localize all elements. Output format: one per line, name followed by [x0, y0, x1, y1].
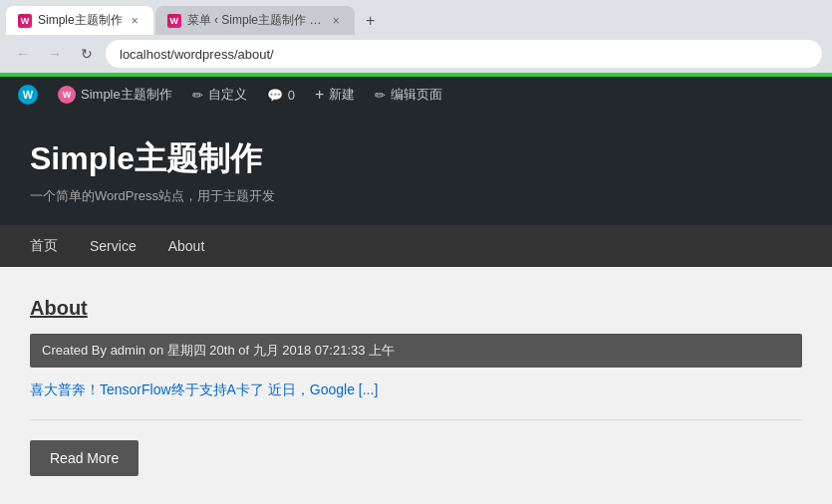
tab-1-title: Simple主题制作 [38, 12, 123, 29]
admin-bar-new-label: 新建 [329, 86, 355, 104]
forward-button[interactable]: → [42, 41, 68, 67]
site-nav: 首页 Service About [0, 225, 832, 267]
site-header: Simple主题制作 一个简单的WordPress站点，用于主题开发 [0, 113, 832, 225]
tab-bar: W Simple主题制作 × W 菜单 ‹ Simple主题制作 — Word … [0, 0, 832, 35]
wp-admin-bar: W W Simple主题制作 ✏ 自定义 💬 0 + 新建 ✏ 编辑页面 [0, 77, 832, 113]
content-divider [30, 419, 802, 420]
nav-item-home[interactable]: 首页 [30, 225, 74, 267]
admin-bar-edit-page-label: 编辑页面 [391, 86, 442, 104]
post-meta-text: Created By admin on 星期四 20th of 九月 2018 … [42, 343, 395, 358]
site-title: Simple主题制作 [30, 137, 802, 181]
tab-1-favicon: W [18, 14, 32, 28]
admin-bar-customize[interactable]: ✏ 自定义 [182, 77, 257, 113]
post-excerpt[interactable]: 喜大普奔！TensorFlow终于支持A卡了 近日，Google [...] [30, 381, 802, 399]
admin-bar-comments[interactable]: 💬 0 [257, 77, 305, 113]
admin-bar-new[interactable]: + 新建 [305, 77, 365, 113]
read-more-button[interactable]: Read More [30, 440, 139, 476]
admin-bar-edit-page[interactable]: ✏ 编辑页面 [365, 77, 452, 113]
tab-2-close[interactable]: × [330, 13, 343, 29]
page-title-link[interactable]: About [30, 297, 88, 320]
site-subtitle: 一个简单的WordPress站点，用于主题开发 [30, 187, 802, 205]
wp-logo-icon: W [18, 85, 38, 105]
nav-item-service[interactable]: Service [74, 225, 152, 267]
tab-2-title: 菜单 ‹ Simple主题制作 — Word [187, 12, 324, 29]
customize-icon: ✏ [192, 88, 203, 103]
admin-bar-site-label: Simple主题制作 [81, 86, 172, 104]
tab-2[interactable]: W 菜单 ‹ Simple主题制作 — Word × [155, 6, 355, 35]
main-content: About Created By admin on 星期四 20th of 九月… [0, 267, 832, 504]
admin-bar-customize-label: 自定义 [208, 86, 247, 104]
new-tab-button[interactable]: + [357, 7, 385, 35]
edit-icon: ✏ [375, 88, 386, 103]
plus-icon: + [315, 86, 324, 104]
tab-1[interactable]: W Simple主题制作 × [6, 6, 153, 35]
post-meta-bar: Created By admin on 星期四 20th of 九月 2018 … [30, 334, 802, 368]
site-favicon-icon: W [58, 86, 76, 104]
nav-item-about[interactable]: About [152, 225, 221, 267]
address-bar-row: ← → ↻ [0, 35, 832, 73]
reload-button[interactable]: ↻ [74, 41, 100, 67]
tab-1-close[interactable]: × [129, 13, 141, 29]
comment-icon: 💬 [267, 88, 283, 103]
browser-chrome: W Simple主题制作 × W 菜单 ‹ Simple主题制作 — Word … [0, 0, 832, 77]
tab-2-favicon: W [167, 14, 181, 28]
wp-logo-item[interactable]: W [8, 77, 48, 113]
admin-bar-site[interactable]: W Simple主题制作 [48, 77, 182, 113]
back-button[interactable]: ← [10, 41, 36, 67]
admin-bar-comments-label: 0 [288, 88, 295, 103]
address-input[interactable] [106, 40, 822, 68]
